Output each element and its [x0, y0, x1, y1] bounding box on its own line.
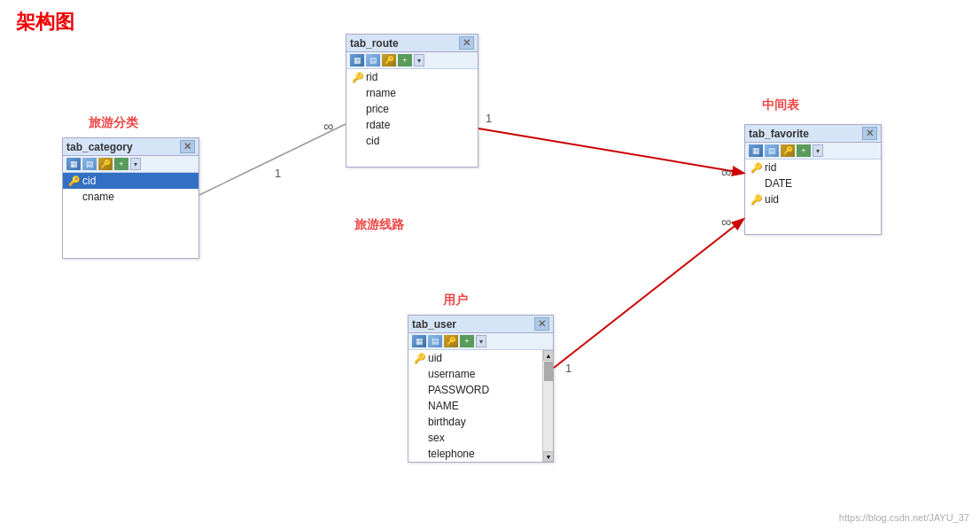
field-date-fav: DATE: [745, 175, 881, 191]
field-name-rdate: rdate: [366, 119, 390, 131]
table-icon-category: ▦: [66, 158, 81, 170]
field-name-cid: cid: [82, 175, 96, 187]
fields-route: 🔑 rid rname price rdate cid: [346, 69, 478, 149]
toolbar-category: ▦ ▤ 🔑 + ▾: [63, 156, 198, 173]
field-rid-fav: 🔑 rid: [745, 160, 881, 175]
field-price: price: [346, 101, 478, 117]
field-birthday: birthday: [408, 414, 553, 430]
field-rid: 🔑 rid: [346, 69, 478, 85]
table-icon-route: ▦: [350, 54, 364, 66]
field-name-rname: rname: [366, 87, 396, 99]
toolbar-user: ▦ ▤ 🔑 + ▾: [408, 333, 553, 350]
key-icon-cid: 🔑: [68, 175, 79, 187]
table-header-category: tab_category ✕: [63, 138, 198, 156]
field-telephone: telephone: [408, 446, 553, 462]
dropdown-favorite[interactable]: ▾: [813, 144, 823, 157]
label-category: 旅游分类: [89, 115, 138, 131]
field-sex: sex: [408, 430, 553, 446]
table-tab-category: tab_category ✕ ▦ ▤ 🔑 + ▾ 🔑 cid cname: [62, 137, 199, 259]
table-name-route: tab_route: [350, 37, 399, 50]
field-name-password: PASSWORD: [428, 384, 489, 396]
key-icon-uid-fav: 🔑: [751, 194, 761, 206]
field-name-date-fav: DATE: [765, 177, 792, 190]
toolbar-route: ▦ ▤ 🔑 + ▾: [346, 52, 478, 69]
add-icon-favorite[interactable]: +: [797, 144, 811, 157]
svg-text:∞: ∞: [323, 119, 333, 134]
svg-line-0: [199, 124, 346, 195]
col-icon-route: ▤: [366, 54, 380, 66]
key-icon-route: 🔑: [382, 54, 396, 66]
table-header-route: tab_route ✕: [346, 35, 478, 52]
dropdown-route[interactable]: ▾: [414, 54, 424, 66]
field-name-sex: sex: [428, 432, 445, 444]
table-tab-user: tab_user ✕ ▦ ▤ 🔑 + ▾ 🔑 uid username PASS…: [408, 315, 554, 463]
col-icon-user: ▤: [428, 335, 442, 347]
field-name-username: username: [428, 368, 475, 380]
dropdown-category[interactable]: ▾: [130, 158, 141, 170]
scrollbar-user[interactable]: ▲ ▼: [542, 350, 553, 462]
label-middle: 中间表: [762, 97, 799, 113]
field-rname: rname: [346, 85, 478, 101]
key-icon-rid: 🔑: [352, 72, 362, 83]
field-name-birthday: birthday: [428, 416, 466, 428]
add-icon-category[interactable]: +: [114, 158, 128, 170]
close-user[interactable]: ✕: [534, 317, 549, 331]
table-icon-favorite: ▦: [749, 144, 763, 157]
col-icon-favorite: ▤: [765, 144, 779, 157]
table-name-category: tab_category: [66, 141, 133, 153]
table-tab-route: tab_route ✕ ▦ ▤ 🔑 + ▾ 🔑 rid rname price …: [346, 34, 478, 168]
svg-text:1: 1: [486, 112, 492, 125]
key-icon-favorite: 🔑: [781, 144, 795, 157]
scroll-up-user[interactable]: ▲: [543, 350, 553, 361]
add-icon-route[interactable]: +: [398, 54, 412, 66]
table-header-user: tab_user ✕: [408, 316, 553, 333]
scroll-down-user[interactable]: ▼: [543, 451, 553, 462]
field-name-rid: rid: [366, 71, 377, 83]
watermark: https://blog.csdn.net/JAYU_37: [839, 512, 969, 523]
key-icon-user: 🔑: [444, 335, 458, 347]
fields-category: 🔑 cid cname: [63, 173, 198, 205]
field-name-uid-fav: uid: [765, 193, 779, 206]
field-name-uid-user: uid: [428, 352, 442, 364]
key-icon-category: 🔑: [98, 158, 113, 170]
svg-text:1: 1: [275, 167, 281, 180]
table-header-favorite: tab_favorite ✕: [745, 125, 881, 143]
table-icon-user: ▦: [412, 335, 426, 347]
toolbar-favorite: ▦ ▤ 🔑 + ▾: [745, 143, 881, 160]
table-tab-favorite: tab_favorite ✕ ▦ ▤ 🔑 + ▾ 🔑 rid DATE 🔑 ui…: [744, 124, 882, 235]
key-icon-uid-user: 🔑: [414, 353, 424, 364]
field-name-rid-fav: rid: [765, 161, 776, 174]
page-title: 架构图: [16, 9, 74, 35]
field-rdate: rdate: [346, 117, 478, 133]
label-user: 用户: [443, 292, 468, 308]
table-name-favorite: tab_favorite: [749, 128, 809, 140]
field-uid-user: 🔑 uid: [408, 350, 553, 366]
field-name-cname: cname: [82, 191, 114, 203]
field-name-telephone: telephone: [428, 448, 475, 460]
key-icon-rid-fav: 🔑: [751, 162, 761, 174]
svg-line-3: [478, 129, 743, 173]
add-icon-user[interactable]: +: [460, 335, 474, 347]
close-category[interactable]: ✕: [180, 140, 195, 153]
field-uid-fav: 🔑 uid: [745, 191, 881, 207]
field-name-name: NAME: [428, 400, 459, 412]
field-cid: 🔑 cid: [63, 173, 198, 189]
field-cid-route: cid: [346, 133, 478, 149]
dropdown-user[interactable]: ▾: [476, 335, 486, 347]
table-name-user: tab_user: [412, 318, 456, 331]
close-route[interactable]: ✕: [459, 36, 474, 50]
close-favorite[interactable]: ✕: [862, 127, 877, 140]
field-cname: cname: [63, 189, 198, 205]
field-password: PASSWORD: [408, 382, 553, 398]
field-name-cid-route: cid: [366, 135, 379, 147]
scroll-thumb-user[interactable]: [544, 362, 553, 381]
svg-text:1: 1: [565, 362, 572, 375]
svg-text:∞: ∞: [721, 214, 731, 230]
fields-user: 🔑 uid username PASSWORD NAME birthday se…: [408, 350, 553, 462]
col-icon-category: ▤: [82, 158, 97, 170]
svg-line-6: [554, 220, 743, 368]
svg-text:∞: ∞: [721, 165, 731, 180]
field-username: username: [408, 366, 553, 382]
label-route: 旅游线路: [354, 217, 404, 233]
field-name-price: price: [366, 103, 389, 115]
